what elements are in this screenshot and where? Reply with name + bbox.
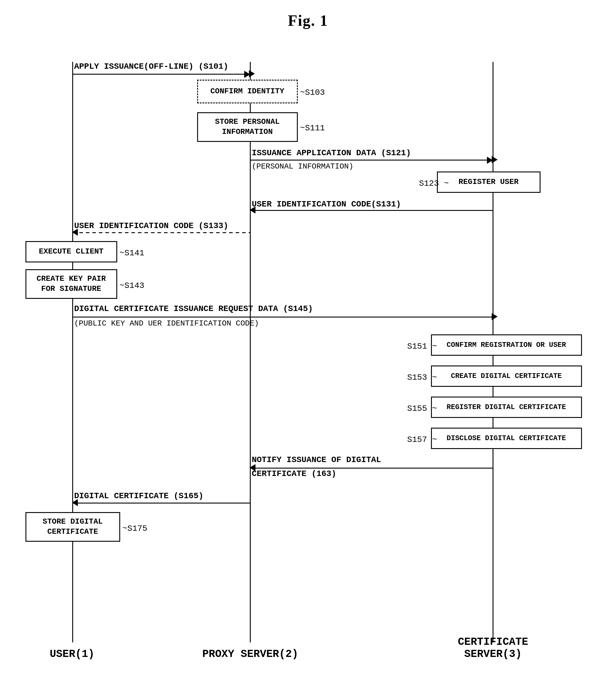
step-s141: ~S141: [119, 249, 145, 258]
step-s111: ~S111: [300, 124, 325, 133]
box-s143: CREATE KEY PAIRFOR SIGNATURE: [25, 269, 117, 299]
box-s175-label: STORE DIGITALCERTIFICATE: [43, 517, 103, 537]
box-s143-label: CREATE KEY PAIRFOR SIGNATURE: [37, 274, 106, 294]
box-s155-label: REGISTER DIGITAL CERTIFICATE: [447, 403, 566, 412]
proxy-label: PROXY SERVER(2): [202, 648, 298, 660]
step-s153: S153 ~: [407, 373, 437, 382]
cert-label: CERTIFICATE SERVER(3): [441, 636, 545, 660]
arrow-s101: [73, 74, 250, 74]
arrow-s133: [73, 232, 250, 233]
arrowhead-s121: [492, 156, 498, 163]
box-s103-label: CONFIRM IDENTITY: [211, 86, 284, 97]
step-s175: ~S175: [123, 524, 148, 533]
step-s143: ~S143: [119, 281, 145, 290]
box-s111: STORE PERSONALINFORMATION: [197, 112, 298, 142]
arrow-s165: [73, 503, 250, 504]
label-s145: DIGITAL CERTIFICATE ISSUANCE REQUEST DAT…: [74, 304, 313, 313]
label-s165: DIGITAL CERTIFICATE (S165): [74, 491, 204, 500]
box-s151-label: CONFIRM REGISTRATION OR USER: [447, 340, 566, 349]
box-s157-label: DISCLOSE DIGITAL CERTIFICATE: [447, 434, 566, 443]
box-s157: DISCLOSE DIGITAL CERTIFICATE: [431, 428, 582, 449]
arrow-s145: [73, 317, 492, 318]
arrowhead-s145: [492, 313, 498, 320]
step-s151: S151 ~: [407, 342, 437, 351]
box-s123: REGISTER USER: [437, 171, 541, 193]
step-s103: ~S103: [300, 88, 325, 97]
label-s121: ISSUANCE APPLICATION DATA (S121): [252, 148, 411, 157]
user-label: USER(1): [50, 648, 94, 660]
arrow-s121: [250, 159, 492, 161]
arrow-s163: [250, 468, 492, 469]
sublabel-s145: (PUBLIC KEY AND UER IDENTIFICATION CODE): [74, 319, 259, 328]
step-s123: S123 ~: [419, 179, 449, 188]
box-s155: REGISTER DIGITAL CERTIFICATE: [431, 397, 582, 418]
box-s103: CONFIRM IDENTITY: [197, 80, 298, 103]
proxy-vertical-line: [250, 62, 251, 642]
label-s131: USER IDENTIFICATION CODE(S131): [252, 200, 401, 209]
box-s111-label: STORE PERSONALINFORMATION: [215, 117, 280, 137]
label-s101: APPLY ISSUANCE(OFF-LINE) (S101): [74, 62, 228, 71]
label-s163-line1: NOTIFY ISSUANCE OF DIGITAL: [252, 455, 381, 464]
label-s163-line2: CERTIFICATE (163): [252, 469, 336, 478]
box-s141: EXECUTE CLIENT: [25, 241, 117, 262]
sublabel-s121: (PERSONAL INFORMATION): [252, 162, 353, 171]
step-s157: S157 ~: [407, 435, 437, 444]
page: Fig. 1 APPLY ISSUANCE(OFF-LINE) (S101) C…: [0, 0, 616, 683]
figure-title: Fig. 1: [18, 12, 598, 29]
user-vertical-line: [72, 62, 73, 642]
box-s123-label: REGISTER USER: [459, 177, 519, 187]
label-s133: USER IDENTIFICATION CODE (S133): [74, 221, 228, 230]
arrowhead-s101: [249, 70, 255, 77]
box-s153: CREATE DIGITAL CERTIFICATE: [431, 365, 582, 387]
arrow-s131: [250, 210, 492, 211]
step-s155: S155 ~: [407, 404, 437, 413]
box-s151: CONFIRM REGISTRATION OR USER: [431, 335, 582, 356]
box-s175: STORE DIGITALCERTIFICATE: [25, 512, 120, 542]
box-s141-label: EXECUTE CLIENT: [39, 247, 103, 257]
diagram: APPLY ISSUANCE(OFF-LINE) (S101) CONFIRM …: [20, 44, 597, 666]
box-s153-label: CREATE DIGITAL CERTIFICATE: [451, 371, 562, 381]
